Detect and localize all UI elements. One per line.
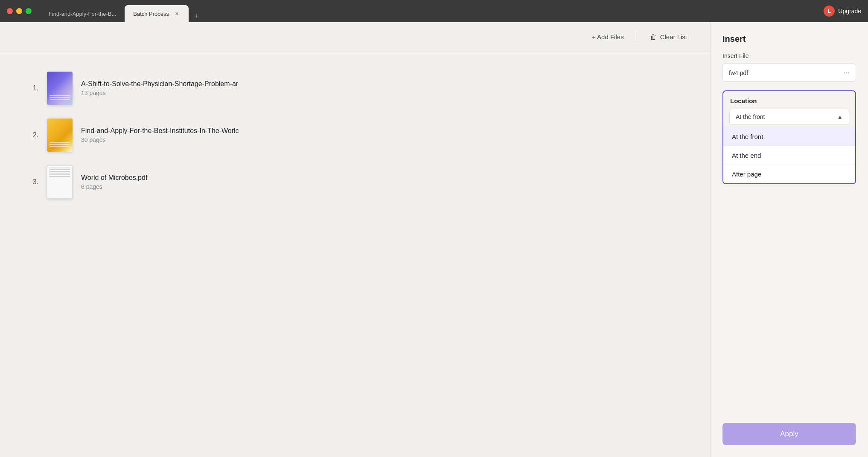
tab-close-icon[interactable]: ✕ bbox=[173, 10, 180, 17]
add-tab-button[interactable]: + bbox=[190, 10, 202, 22]
insert-file-label: Insert File bbox=[722, 52, 856, 59]
file-info: Find-and-Apply-For-the-Best-Institutes-I… bbox=[81, 127, 684, 143]
main-content: + Add Files 🗑 Clear List 1. bbox=[0, 22, 868, 457]
file-name: World of Microbes.pdf bbox=[81, 174, 380, 182]
file-number: 3. bbox=[26, 178, 38, 186]
file-thumbnail bbox=[47, 165, 73, 199]
tab-batch-process[interactable]: Batch Process ✕ bbox=[125, 5, 189, 22]
file-name: Find-and-Apply-For-the-Best-Institutes-I… bbox=[81, 127, 380, 135]
more-options-icon[interactable]: ··· bbox=[843, 68, 850, 77]
dropdown-option-at-front[interactable]: At the front bbox=[723, 127, 855, 146]
location-dropdown: At the front At the end After page bbox=[723, 127, 855, 183]
maximize-button[interactable] bbox=[26, 8, 32, 14]
tab-label: Batch Process bbox=[133, 11, 169, 17]
trash-icon: 🗑 bbox=[650, 33, 657, 41]
location-selected-value: At the front bbox=[736, 113, 765, 120]
file-pages: 6 pages bbox=[81, 183, 684, 190]
dropdown-option-after-page[interactable]: After page bbox=[723, 165, 855, 183]
file-list-area: + Add Files 🗑 Clear List 1. bbox=[0, 22, 710, 457]
file-info: A-Shift-to-Solve-the-Physician-Shortage-… bbox=[81, 80, 684, 96]
close-button[interactable] bbox=[7, 8, 13, 14]
insert-file-value: fw4.pdf bbox=[729, 69, 840, 76]
location-container: Location At the front ▲ At the front At … bbox=[722, 90, 856, 184]
file-pages: 13 pages bbox=[81, 90, 684, 96]
location-label: Location bbox=[723, 91, 855, 109]
toolbar: + Add Files 🗑 Clear List bbox=[0, 22, 710, 52]
panel-footer: Apply bbox=[711, 414, 868, 457]
upgrade-button[interactable]: L Upgrade bbox=[824, 6, 861, 17]
file-list: 1. A-Shift-to-Solve-the-Physician-Shorta… bbox=[0, 52, 710, 457]
panel-title: Insert bbox=[711, 22, 868, 52]
file-pages: 30 pages bbox=[81, 136, 684, 143]
titlebar: Find-and-Apply-For-the-B... Batch Proces… bbox=[0, 0, 868, 22]
file-thumbnail bbox=[47, 119, 73, 152]
toolbar-separator bbox=[637, 32, 637, 42]
dropdown-option-at-end[interactable]: At the end bbox=[723, 146, 855, 165]
panel-body: Insert File fw4.pdf ··· Location At the … bbox=[711, 52, 868, 414]
file-name: A-Shift-to-Solve-the-Physician-Shortage-… bbox=[81, 80, 380, 88]
user-avatar: L bbox=[824, 6, 835, 17]
clear-list-button[interactable]: 🗑 Clear List bbox=[644, 30, 693, 44]
upgrade-label: Upgrade bbox=[838, 8, 861, 14]
right-panel: Insert Insert File fw4.pdf ··· Location … bbox=[710, 22, 868, 457]
traffic-lights bbox=[7, 8, 32, 14]
tab-bar: Find-and-Apply-For-the-B... Batch Proces… bbox=[40, 0, 824, 22]
file-number: 1. bbox=[26, 84, 38, 92]
location-select[interactable]: At the front ▲ bbox=[729, 109, 849, 125]
tab-label: Find-and-Apply-For-the-B... bbox=[49, 11, 116, 17]
chevron-up-icon: ▲ bbox=[837, 113, 843, 120]
add-files-button[interactable]: + Add Files bbox=[586, 30, 630, 44]
list-item: 2. Find-and-Apply-For-the-Best-Institute… bbox=[26, 112, 684, 159]
insert-file-field[interactable]: fw4.pdf ··· bbox=[722, 64, 856, 82]
file-number: 2. bbox=[26, 131, 38, 139]
list-item: 1. A-Shift-to-Solve-the-Physician-Shorta… bbox=[26, 65, 684, 112]
file-info: World of Microbes.pdf 6 pages bbox=[81, 174, 684, 190]
tab-find-and-apply[interactable]: Find-and-Apply-For-the-B... bbox=[40, 5, 125, 22]
list-item: 3. World of Microbes.pdf 6 pages bbox=[26, 159, 684, 205]
apply-button[interactable]: Apply bbox=[722, 423, 856, 445]
minimize-button[interactable] bbox=[16, 8, 22, 14]
file-thumbnail bbox=[47, 72, 73, 105]
